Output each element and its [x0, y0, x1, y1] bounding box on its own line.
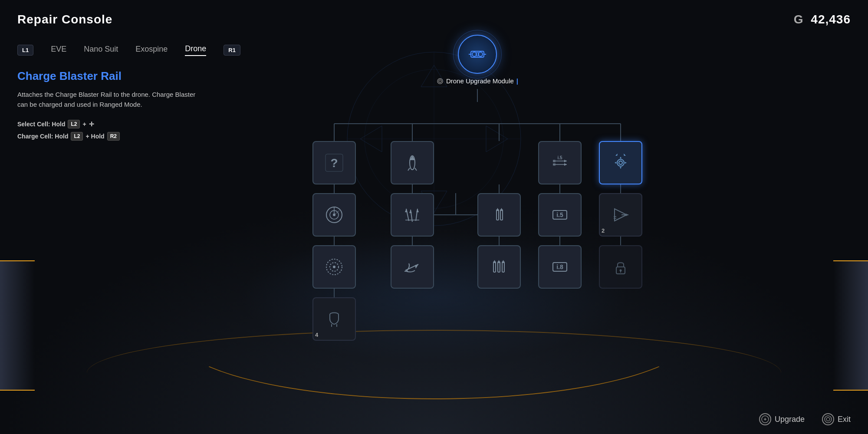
- node-2-3[interactable]: [391, 245, 434, 289]
- svg-marker-59: [415, 264, 418, 269]
- charge-cell-label: Charge Cell: Hold: [17, 133, 68, 140]
- node-1-4-badge: 4: [315, 332, 318, 338]
- svg-marker-86: [626, 214, 628, 216]
- svg-point-10: [478, 52, 483, 56]
- page-title: Repair Console: [17, 13, 112, 26]
- svg-marker-56: [416, 209, 419, 212]
- svg-point-44: [333, 266, 335, 268]
- l2-badge-select: L2: [68, 120, 80, 128]
- svg-rect-69: [502, 262, 504, 272]
- svg-marker-62: [496, 208, 499, 211]
- currency-display: G 42,436: [794, 13, 851, 26]
- node-4-1[interactable]: i.5: [538, 141, 582, 184]
- drone-upgrade-module-icon: [458, 35, 497, 74]
- side-panel-left: [0, 260, 35, 391]
- svg-rect-67: [498, 262, 500, 272]
- node-2-2[interactable]: [391, 193, 434, 237]
- svg-marker-73: [564, 160, 567, 162]
- svg-line-49: [408, 168, 410, 171]
- floor-arc2: [87, 330, 781, 417]
- svg-point-95: [825, 416, 832, 423]
- node-3-2[interactable]: [477, 245, 521, 289]
- node-5-3[interactable]: [599, 245, 642, 289]
- node-1-4[interactable]: 4: [312, 297, 356, 341]
- svg-text:i.8: i.8: [556, 263, 563, 270]
- nav-left-button[interactable]: L1: [17, 45, 33, 56]
- svg-rect-61: [496, 210, 499, 220]
- svg-point-96: [826, 418, 830, 421]
- exit-action[interactable]: Exit: [822, 413, 851, 425]
- r2-badge-charge: R2: [107, 132, 120, 141]
- col-5: 2: [599, 141, 642, 289]
- side-panel-right: [833, 260, 868, 391]
- svg-marker-70: [502, 260, 505, 263]
- header: Repair Console G 42,436: [0, 0, 868, 39]
- svg-point-90: [620, 270, 622, 272]
- node-5-2-badge: 2: [602, 227, 605, 234]
- svg-line-50: [415, 168, 417, 171]
- svg-marker-54: [409, 210, 412, 213]
- svg-text:i.5: i.5: [557, 155, 562, 160]
- root-label-pipe: |: [516, 77, 518, 85]
- control-hint-charge: Charge Cell: Hold L2 + Hold R2: [17, 132, 200, 141]
- node-4-3[interactable]: i.8: [538, 245, 582, 289]
- svg-point-15: [439, 80, 441, 82]
- description-panel: Charge Blaster Rail Attaches the Charge …: [17, 69, 200, 144]
- exit-label: Exit: [838, 415, 851, 424]
- col-4: i.5 i.5 i.8: [538, 141, 582, 289]
- svg-point-14: [437, 79, 443, 84]
- upgrade-action[interactable]: Upgrade: [759, 413, 805, 425]
- upgrade-description: Attaches the Charge Blaster Rail to the …: [17, 90, 200, 109]
- root-node: Drone Upgrade Module |: [437, 35, 518, 85]
- exit-icon: [822, 413, 834, 425]
- upgrade-label: Upgrade: [775, 415, 805, 424]
- svg-rect-65: [493, 262, 496, 272]
- tab-eve[interactable]: EVE: [51, 45, 66, 56]
- svg-text:i.5: i.5: [556, 211, 563, 218]
- col-2: [391, 141, 434, 289]
- node-1-2[interactable]: [312, 193, 356, 237]
- svg-marker-64: [500, 208, 503, 211]
- svg-point-82: [617, 159, 624, 166]
- svg-rect-13: [476, 53, 479, 56]
- plus-sign-1: +: [82, 121, 86, 128]
- upgrade-icon: [759, 413, 771, 425]
- col-3: [477, 193, 521, 289]
- svg-marker-74: [564, 163, 567, 166]
- node-5-2[interactable]: 2: [599, 193, 642, 237]
- svg-rect-63: [500, 210, 503, 220]
- node-3-1[interactable]: [477, 193, 521, 237]
- svg-point-9: [472, 52, 477, 56]
- svg-marker-68: [497, 260, 500, 263]
- node-4-2[interactable]: i.5: [538, 193, 582, 237]
- plus-sign-2: + Hold: [85, 133, 104, 140]
- tab-exospine[interactable]: Exospine: [135, 45, 168, 56]
- root-connector: [477, 89, 478, 102]
- select-cell-label: Select Cell: Hold: [17, 121, 65, 128]
- node-1-3[interactable]: [312, 245, 356, 289]
- node-5-1[interactable]: [599, 141, 642, 184]
- upgrade-title: Charge Blaster Rail: [17, 69, 200, 83]
- node-2-1[interactable]: [391, 141, 434, 184]
- currency-value: 42,436: [811, 13, 851, 26]
- bottom-bar: Upgrade Exit: [759, 413, 851, 425]
- svg-marker-66: [493, 260, 496, 263]
- svg-rect-8: [471, 51, 484, 57]
- upgrade-tree: Drone Upgrade Module |: [174, 35, 781, 328]
- currency-symbol: G: [794, 13, 804, 26]
- svg-rect-75: [553, 160, 556, 162]
- tree-main: ?: [299, 102, 655, 328]
- svg-marker-52: [405, 209, 408, 212]
- l2-badge-charge: L2: [71, 132, 83, 141]
- control-hint-select: Select Cell: Hold L2 + ✛: [17, 120, 200, 128]
- tab-nano-suit[interactable]: Nano Suit: [84, 45, 118, 56]
- svg-rect-76: [553, 163, 556, 166]
- dpad-icon: ✛: [89, 121, 94, 128]
- svg-point-83: [619, 161, 622, 164]
- node-1-1[interactable]: ?: [312, 141, 356, 184]
- svg-text:?: ?: [330, 156, 338, 170]
- col-1: ?: [312, 141, 356, 341]
